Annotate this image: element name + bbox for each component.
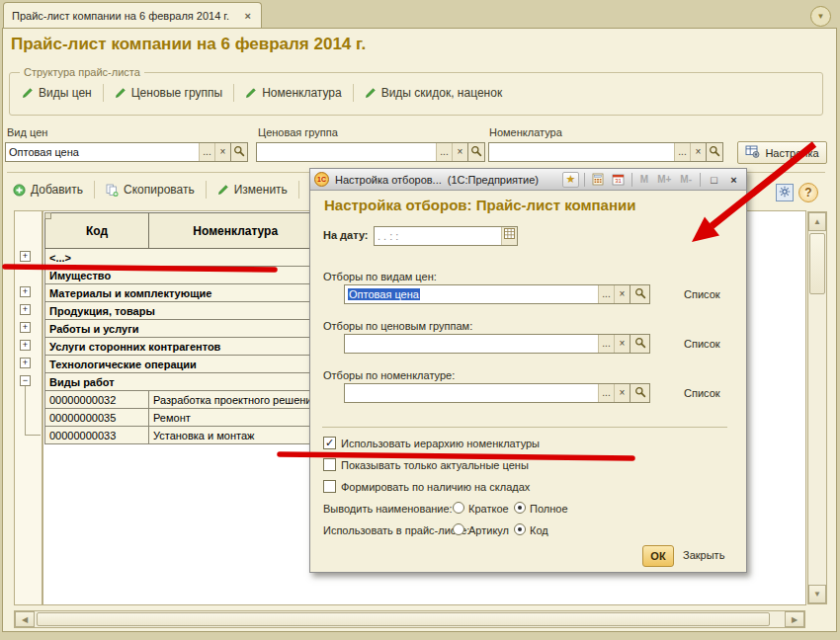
- titlebar-separator: [700, 173, 701, 187]
- radio-selected[interactable]: [514, 523, 526, 535]
- filter-field[interactable]: Оптовая цена...×: [344, 284, 630, 304]
- column-header[interactable]: Код: [45, 213, 149, 249]
- item-code-cell[interactable]: 00000000032: [45, 391, 149, 409]
- structure-groupbox: Структура прайс-листа Виды ценЦеновые гр…: [9, 72, 823, 116]
- horizontal-scroll-thumb[interactable]: [37, 612, 770, 626]
- toolbar-button-copy[interactable]: Скопировать: [102, 181, 199, 199]
- help-button[interactable]: ?: [798, 183, 818, 202]
- checkbox[interactable]: [323, 458, 336, 471]
- maximize-icon[interactable]: □: [706, 172, 722, 188]
- filter-search-button[interactable]: [630, 383, 650, 403]
- date-field[interactable]: . . : :: [374, 226, 518, 246]
- expand-icon[interactable]: +: [20, 304, 31, 315]
- tab-label: Прайс-лист компании на 6 февраля 2014 г.: [12, 10, 243, 22]
- choose-button[interactable]: ...: [199, 143, 214, 161]
- choose-button[interactable]: ...: [674, 143, 690, 161]
- structure-button-nomenclature[interactable]: Номенклатура: [241, 84, 346, 102]
- expand-icon[interactable]: +: [20, 358, 31, 368]
- item-code-cell[interactable]: 00000000033: [45, 427, 149, 444]
- nomenclature-field[interactable]: ... ×: [488, 142, 707, 162]
- date-label: На дату:: [323, 229, 369, 241]
- favorites-star-icon[interactable]: ★: [562, 172, 579, 188]
- structure-button-price-types[interactable]: Виды цен: [18, 84, 96, 102]
- clear-icon[interactable]: ×: [214, 143, 230, 161]
- calendar-icon[interactable]: 31: [610, 172, 627, 188]
- edit-pencil-icon: [22, 87, 34, 99]
- price-group-field[interactable]: ... ×: [256, 142, 468, 162]
- calendar-picker-icon[interactable]: [501, 227, 517, 245]
- filter-label: Отборы по видам цен:: [323, 271, 437, 282]
- chevron-down-icon: ▼: [817, 12, 825, 21]
- expand-icon[interactable]: +: [20, 286, 31, 297]
- toolbar-button-label: Добавить: [31, 183, 83, 197]
- item-name-cell[interactable]: Ремонт: [149, 409, 322, 427]
- column-header[interactable]: Номенклатура: [149, 213, 322, 249]
- radio-unselected[interactable]: [453, 523, 464, 535]
- filter-search-button[interactable]: [630, 334, 650, 354]
- filter-search-button[interactable]: [630, 284, 650, 304]
- clear-icon[interactable]: ×: [690, 143, 706, 161]
- scroll-up-button[interactable]: ▲: [808, 212, 826, 231]
- expand-icon[interactable]: +: [20, 251, 31, 262]
- toolbar-button-edit[interactable]: Изменить: [213, 181, 292, 199]
- collapse-icon[interactable]: −: [20, 375, 31, 386]
- scroll-right-button[interactable]: ▶: [785, 611, 804, 627]
- arrow-right-icon: ▶: [792, 615, 798, 624]
- clear-icon[interactable]: ×: [614, 285, 630, 303]
- search-icon: [634, 386, 646, 400]
- form-settings-button[interactable]: [776, 184, 794, 201]
- structure-button-price-groups[interactable]: Ценовые группы: [111, 84, 226, 102]
- structure-button-label: Виды скидок, наценок: [381, 86, 502, 100]
- dialog-titlebar[interactable]: 1С Настройка отборов... (1С:Предприятие)…: [310, 169, 746, 191]
- add-icon: [13, 184, 26, 197]
- list-button[interactable]: Список: [684, 338, 720, 350]
- expand-icon[interactable]: +: [20, 340, 31, 351]
- choose-button[interactable]: ...: [598, 335, 614, 353]
- item-name-cell[interactable]: Разработка проектного решения: [149, 391, 322, 409]
- expand-icon[interactable]: +: [20, 322, 31, 333]
- vertical-scrollbar[interactable]: ▲ ▼: [807, 211, 827, 604]
- tab-list-dropdown-button[interactable]: ▼: [810, 6, 831, 27]
- price-type-field[interactable]: Оптовая цена ... ×: [5, 142, 231, 162]
- ok-button[interactable]: ОК: [642, 545, 674, 567]
- scroll-left-button[interactable]: ◀: [15, 611, 35, 627]
- price-type-search-button[interactable]: [231, 142, 248, 162]
- choose-button[interactable]: ...: [598, 384, 614, 402]
- choose-button[interactable]: ...: [598, 285, 614, 303]
- clear-icon[interactable]: ×: [614, 335, 630, 353]
- settings-button[interactable]: Настройка: [737, 141, 827, 164]
- close-icon[interactable]: ×: [725, 172, 742, 188]
- calculator-icon[interactable]: [590, 172, 607, 188]
- filter-label: Отборы по номенклатуре:: [323, 369, 455, 381]
- radio-selected[interactable]: [514, 502, 526, 514]
- toolbar-button-add[interactable]: Добавить: [9, 181, 87, 199]
- radio-unselected[interactable]: [453, 502, 464, 514]
- checkbox[interactable]: [323, 480, 336, 493]
- filter-field[interactable]: ...×: [344, 334, 630, 354]
- clear-icon[interactable]: ×: [614, 384, 630, 402]
- memory-m-button[interactable]: M: [637, 172, 651, 188]
- close-button[interactable]: Закрыть: [683, 549, 724, 561]
- filter-field[interactable]: ...×: [344, 383, 630, 403]
- 1c-logo-icon: 1С: [314, 172, 329, 187]
- choose-button[interactable]: ...: [436, 143, 452, 161]
- search-icon: [233, 143, 245, 161]
- tree-connector-line: [25, 435, 41, 436]
- scroll-down-button[interactable]: ▼: [808, 585, 826, 603]
- item-name-cell[interactable]: Установка и монтаж: [149, 427, 322, 444]
- vertical-scroll-thumb[interactable]: [809, 233, 825, 294]
- list-button[interactable]: Список: [684, 288, 720, 300]
- nomenclature-search-button[interactable]: [707, 142, 723, 162]
- clear-icon[interactable]: ×: [452, 143, 467, 161]
- memory-m-plus-button[interactable]: M+: [654, 172, 674, 188]
- tab-close-icon[interactable]: ×: [243, 10, 253, 22]
- item-code-cell[interactable]: 00000000035: [45, 409, 149, 427]
- horizontal-scrollbar[interactable]: ◀ ▶: [14, 610, 805, 628]
- list-button[interactable]: Список: [684, 387, 720, 399]
- tab-price-list[interactable]: Прайс-лист компании на 6 февраля 2014 г.…: [3, 2, 262, 29]
- price-group-search-button[interactable]: [468, 142, 485, 162]
- edit-pencil-icon: [115, 87, 126, 99]
- memory-m-minus-button[interactable]: M-: [677, 172, 695, 188]
- checkbox-checked[interactable]: ✓: [323, 437, 336, 449]
- structure-button-discount-types[interactable]: Виды скидок, наценок: [361, 84, 506, 102]
